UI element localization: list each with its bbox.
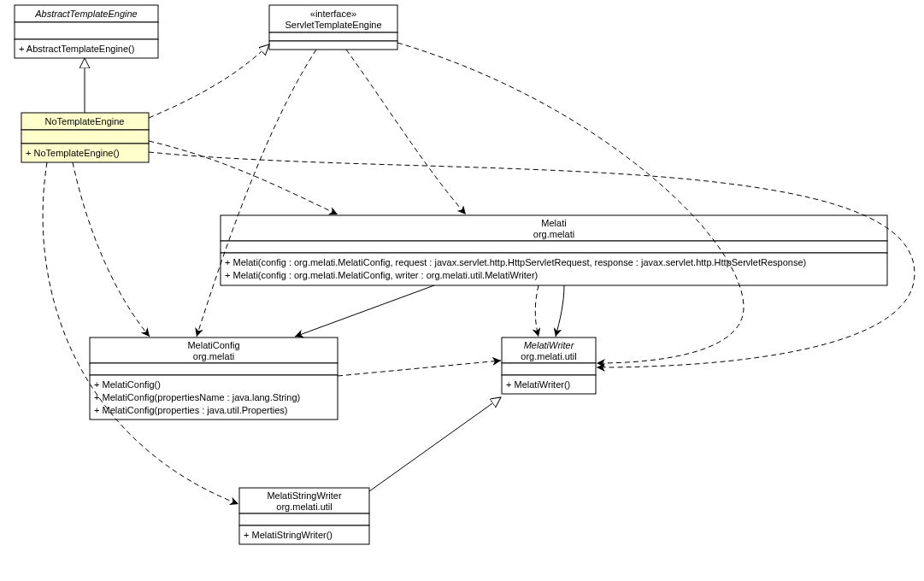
class-op: + MelatiStringWriter() [244, 530, 333, 540]
dependency-arrow [43, 162, 238, 504]
class-op: + MelatiConfig(propertiesName : java.lan… [94, 392, 300, 402]
svg-rect-13 [90, 363, 338, 375]
class-no-template-engine: NoTemplateEngine + NoTemplateEngine() [21, 113, 149, 162]
class-title: MelatiWriter [524, 340, 575, 350]
class-op: + MelatiConfig() [94, 379, 161, 390]
class-stereo: «interface» [310, 9, 356, 19]
class-melati-writer: MelatiWriter org.melati.util + MelatiWri… [502, 337, 596, 394]
svg-rect-4 [269, 32, 397, 41]
class-title: NoTemplateEngine [45, 116, 125, 126]
class-title: AbstractTemplateEngine [34, 9, 137, 19]
dependency-arrow [73, 162, 150, 337]
class-op: + Melati(config : org.melati.MelatiConfi… [225, 257, 806, 267]
class-pkg: org.melati [533, 229, 574, 239]
class-melati-string-writer: MelatiStringWriter org.melati.util + Mel… [239, 488, 369, 544]
association-arrow [295, 285, 434, 337]
svg-rect-5 [269, 41, 397, 50]
dependency-arrow [149, 141, 338, 214]
dependency-arrow [397, 43, 744, 363]
svg-rect-10 [221, 241, 887, 253]
dependency-arrow [535, 285, 539, 337]
class-pkg: org.melati.util [521, 351, 576, 361]
class-op: + Melati(config : org.melati.MelatiConfi… [225, 270, 538, 280]
class-title: MelatiStringWriter [267, 490, 342, 501]
dependency-arrow [346, 50, 466, 214]
class-op: + MelatiWriter() [506, 379, 570, 390]
dependency-arrow [197, 50, 316, 337]
class-op: + AbstractTemplateEngine() [19, 44, 134, 54]
svg-rect-1 [15, 22, 158, 39]
dependency-arrow [338, 361, 501, 376]
realization-arrow [149, 44, 269, 118]
svg-rect-16 [502, 363, 596, 375]
class-title: ServletTemplateEngine [285, 20, 381, 30]
class-abstract-template-engine: AbstractTemplateEngine + AbstractTemplat… [15, 5, 158, 58]
class-title: Melati [541, 218, 566, 228]
svg-rect-7 [21, 130, 149, 144]
class-melati: Melati org.melati + Melati(config : org.… [221, 215, 887, 285]
class-servlet-template-engine: «interface» ServletTemplateEngine [269, 5, 397, 50]
class-op: + NoTemplateEngine() [26, 148, 120, 158]
association-arrow [556, 285, 564, 337]
svg-rect-19 [239, 514, 369, 525]
class-title: MelatiConfig [187, 340, 239, 350]
class-op: + MelatiConfig(properties : java.util.Pr… [94, 405, 288, 415]
generalization-arrow [369, 397, 501, 491]
uml-class-diagram: AbstractTemplateEngine + AbstractTemplat… [0, 0, 924, 581]
class-melati-config: MelatiConfig org.melati + MelatiConfig()… [90, 337, 338, 420]
class-pkg: org.melati.util [276, 502, 332, 512]
class-pkg: org.melati [193, 351, 234, 361]
